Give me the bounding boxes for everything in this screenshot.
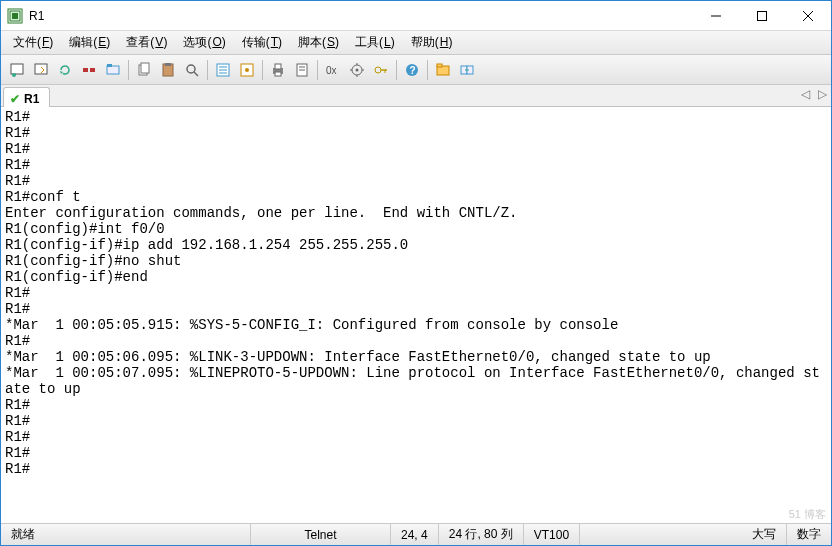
close-button[interactable] xyxy=(785,1,831,30)
separator-icon xyxy=(317,60,318,80)
svg-point-39 xyxy=(375,67,381,73)
log-icon[interactable] xyxy=(291,59,313,81)
svg-point-34 xyxy=(356,68,359,71)
disconnect-icon[interactable] xyxy=(78,59,100,81)
svg-point-25 xyxy=(245,68,249,72)
status-emulation: VT100 xyxy=(524,524,580,545)
transfer-icon[interactable] xyxy=(456,59,478,81)
menu-edit[interactable]: 编辑(E) xyxy=(61,32,118,53)
find-icon[interactable] xyxy=(181,59,203,81)
svg-rect-15 xyxy=(141,63,149,73)
svg-rect-17 xyxy=(165,63,171,66)
title-bar: R1 xyxy=(1,1,831,31)
menu-help[interactable]: 帮助(H) xyxy=(403,32,461,53)
menu-script[interactable]: 脚本(S) xyxy=(290,32,347,53)
terminal-output[interactable]: R1# R1# R1# R1# R1# R1#conf t Enter conf… xyxy=(1,107,831,523)
svg-rect-11 xyxy=(90,68,95,72)
window-controls xyxy=(693,1,831,30)
svg-rect-45 xyxy=(437,64,442,67)
window-title: R1 xyxy=(29,9,693,23)
toolbar: 0x ? xyxy=(1,55,831,85)
session-options-icon[interactable] xyxy=(236,59,258,81)
svg-rect-28 xyxy=(275,72,281,76)
separator-icon xyxy=(207,60,208,80)
maximize-button[interactable] xyxy=(739,1,785,30)
separator-icon xyxy=(396,60,397,80)
paste-icon[interactable] xyxy=(157,59,179,81)
print-icon[interactable] xyxy=(267,59,289,81)
svg-point-18 xyxy=(187,65,195,73)
separator-icon xyxy=(262,60,263,80)
status-protocol: Telnet xyxy=(251,524,391,545)
reconnect-icon[interactable] xyxy=(54,59,76,81)
tab-bar: ✔ R1 ◁ ▷ xyxy=(1,85,831,107)
status-spacer xyxy=(580,524,742,545)
menu-bar: 文件(F) 编辑(E) 查看(V) 选项(O) 传输(T) 脚本(S) 工具(L… xyxy=(1,31,831,55)
status-cursor: 24, 4 xyxy=(391,524,439,545)
tab-prev-icon[interactable]: ◁ xyxy=(801,87,810,101)
quick-connect-icon[interactable] xyxy=(30,59,52,81)
app-icon xyxy=(7,8,23,24)
tab-label: R1 xyxy=(24,92,39,106)
properties-icon[interactable] xyxy=(212,59,234,81)
menu-tools[interactable]: 工具(L) xyxy=(347,32,403,53)
svg-rect-27 xyxy=(275,64,281,69)
app-window: R1 文件(F) 编辑(E) 查看(V) 选项(O) 传输(T) 脚本(S) 工… xyxy=(0,0,832,546)
hex-icon[interactable]: 0x xyxy=(322,59,344,81)
svg-rect-4 xyxy=(758,11,767,20)
minimize-button[interactable] xyxy=(693,1,739,30)
tab-next-icon[interactable]: ▷ xyxy=(818,87,827,101)
menu-transfer[interactable]: 传输(T) xyxy=(234,32,290,53)
svg-line-19 xyxy=(194,72,198,76)
svg-rect-10 xyxy=(83,68,88,72)
svg-rect-12 xyxy=(107,66,119,74)
files-icon[interactable] xyxy=(432,59,454,81)
svg-text:?: ? xyxy=(410,65,416,76)
svg-rect-7 xyxy=(11,64,23,74)
copy-icon[interactable] xyxy=(133,59,155,81)
settings-icon[interactable] xyxy=(346,59,368,81)
key-icon[interactable] xyxy=(370,59,392,81)
svg-point-8 xyxy=(12,73,16,77)
status-num: 数字 xyxy=(787,524,831,545)
menu-view[interactable]: 查看(V) xyxy=(118,32,175,53)
status-caps: 大写 xyxy=(742,524,787,545)
separator-icon xyxy=(427,60,428,80)
menu-options[interactable]: 选项(O) xyxy=(175,32,233,53)
help-icon[interactable]: ? xyxy=(401,59,423,81)
status-ready: 就绪 xyxy=(1,524,251,545)
svg-rect-13 xyxy=(107,64,112,67)
separator-icon xyxy=(128,60,129,80)
connect-icon[interactable] xyxy=(6,59,28,81)
menu-file[interactable]: 文件(F) xyxy=(5,32,61,53)
status-dimensions: 24 行, 80 列 xyxy=(439,524,524,545)
status-bar: 就绪 Telnet 24, 4 24 行, 80 列 VT100 大写 数字 xyxy=(1,523,831,545)
svg-text:0x: 0x xyxy=(326,65,337,76)
svg-rect-2 xyxy=(12,13,18,19)
tab-icon[interactable] xyxy=(102,59,124,81)
check-icon: ✔ xyxy=(10,92,20,106)
tab-scroll: ◁ ▷ xyxy=(801,87,827,101)
session-tab[interactable]: ✔ R1 xyxy=(3,87,50,107)
